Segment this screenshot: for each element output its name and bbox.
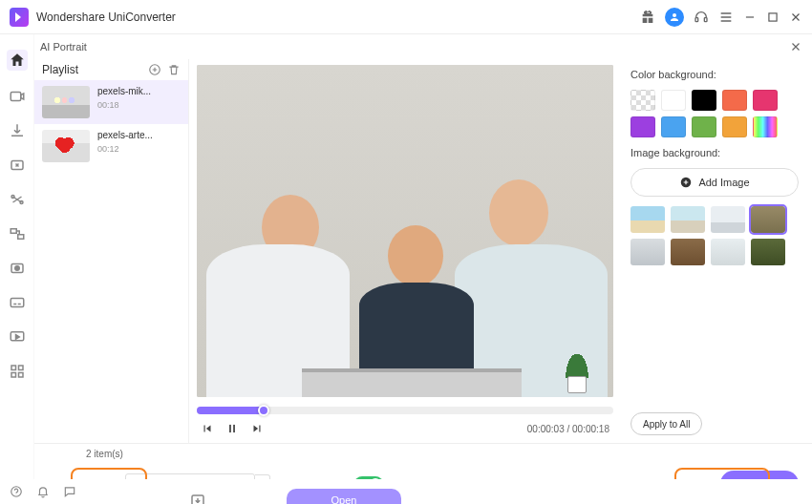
image-thumbnails — [630, 206, 799, 265]
seek-bar[interactable] — [197, 407, 613, 414]
bg-thumb[interactable] — [751, 239, 785, 265]
help-icon[interactable] — [10, 485, 23, 498]
panel-close-icon[interactable] — [789, 40, 802, 53]
bg-thumb[interactable] — [630, 206, 665, 233]
video-preview — [197, 65, 613, 397]
bg-thumb[interactable] — [711, 239, 745, 265]
swatch-white[interactable] — [661, 90, 686, 111]
prev-button[interactable] — [201, 422, 214, 435]
svg-point-21 — [11, 487, 22, 497]
svg-rect-16 — [18, 373, 23, 378]
swatch-pink[interactable] — [753, 90, 778, 111]
feedback-icon[interactable] — [63, 485, 76, 498]
svg-rect-0 — [695, 17, 698, 21]
playlist-item[interactable]: pexels-mik... 00:18 — [34, 80, 188, 124]
gift-icon[interactable] — [640, 10, 655, 25]
color-swatches — [630, 90, 799, 137]
svg-rect-1 — [704, 17, 707, 21]
playlist-item[interactable]: pexels-arte... 00:12 — [34, 124, 188, 168]
bg-thumb[interactable] — [711, 206, 745, 233]
panel-title: AI Portrait — [40, 41, 87, 52]
nav-merge-icon[interactable] — [9, 225, 26, 242]
item-duration: 00:12 — [97, 144, 153, 154]
item-count: 2 item(s) — [86, 449, 123, 459]
left-rail — [0, 34, 34, 504]
app-logo — [10, 8, 29, 27]
color-bg-label: Color background: — [630, 69, 799, 80]
user-icon[interactable] — [665, 8, 684, 27]
swatch-green[interactable] — [692, 116, 716, 137]
svg-rect-13 — [11, 366, 16, 370]
bg-thumb[interactable] — [671, 206, 705, 233]
nav-compress-icon[interactable] — [9, 157, 26, 174]
nav-player-icon[interactable] — [9, 328, 26, 346]
app-title: Wondershare UniConverter — [36, 10, 176, 24]
swatch-blue[interactable] — [661, 116, 686, 137]
add-item-icon[interactable] — [148, 63, 161, 76]
open-button[interactable]: Open — [287, 489, 401, 504]
bg-thumb[interactable] — [630, 239, 665, 265]
bg-thumb[interactable] — [751, 206, 785, 233]
svg-point-10 — [14, 266, 19, 271]
timecode: 00:00:03 / 00:00:18 — [527, 424, 613, 434]
nav-subtitle-icon[interactable] — [9, 294, 26, 311]
nav-download-icon[interactable] — [9, 122, 26, 139]
apply-all-button[interactable]: Apply to All — [630, 412, 702, 435]
swatch-black[interactable] — [692, 90, 716, 111]
delete-item-icon[interactable] — [167, 63, 181, 76]
image-bg-label: Image background: — [630, 147, 799, 158]
item-name: pexels-mik... — [97, 86, 151, 96]
swatch-purple[interactable] — [630, 116, 655, 137]
status-bar: Open — [0, 479, 812, 504]
thumbnail — [42, 86, 90, 118]
playlist-title: Playlist — [42, 63, 78, 76]
svg-rect-8 — [17, 235, 23, 240]
nav-record-icon[interactable] — [9, 260, 26, 277]
preview-area: 00:00:03 / 00:00:18 — [189, 59, 621, 443]
close-button[interactable] — [789, 10, 802, 24]
titlebar: Wondershare UniConverter — [0, 0, 812, 34]
svg-rect-7 — [11, 229, 16, 234]
swatch-rainbow[interactable] — [753, 116, 778, 137]
svg-rect-15 — [11, 373, 16, 378]
nav-video-icon[interactable] — [9, 88, 26, 105]
swatch-transparent[interactable] — [630, 90, 655, 111]
nav-edit-icon[interactable] — [9, 191, 26, 208]
bg-thumb[interactable] — [671, 239, 705, 265]
plus-icon — [679, 176, 693, 189]
svg-rect-19 — [233, 425, 235, 432]
svg-rect-2 — [769, 12, 777, 20]
minimize-button[interactable] — [743, 10, 757, 24]
svg-rect-18 — [229, 425, 231, 432]
swatch-orange[interactable] — [722, 90, 747, 111]
svg-rect-14 — [18, 366, 23, 370]
playlist-panel: Playlist pexels-mik... 00:18 — [34, 59, 189, 443]
app-window: Wondershare UniConverter AI — [0, 0, 812, 504]
nav-home-icon[interactable] — [7, 50, 28, 71]
svg-rect-11 — [11, 299, 24, 307]
nav-toolbox-icon[interactable] — [9, 363, 26, 380]
svg-rect-3 — [11, 93, 21, 101]
background-panel: Color background: Image background: — [621, 59, 812, 443]
thumbnail — [42, 130, 90, 162]
bell-icon[interactable] — [36, 485, 50, 498]
add-image-button[interactable]: Add Image — [630, 168, 799, 197]
maximize-button[interactable] — [766, 10, 780, 24]
headset-icon[interactable] — [694, 10, 709, 25]
item-duration: 00:18 — [97, 100, 151, 110]
menu-icon[interactable] — [718, 10, 734, 25]
pause-button[interactable] — [225, 422, 239, 435]
download-indicator-icon[interactable] — [189, 493, 206, 504]
next-button[interactable] — [250, 422, 264, 435]
swatch-amber[interactable] — [722, 116, 747, 137]
item-name: pexels-arte... — [97, 130, 153, 140]
